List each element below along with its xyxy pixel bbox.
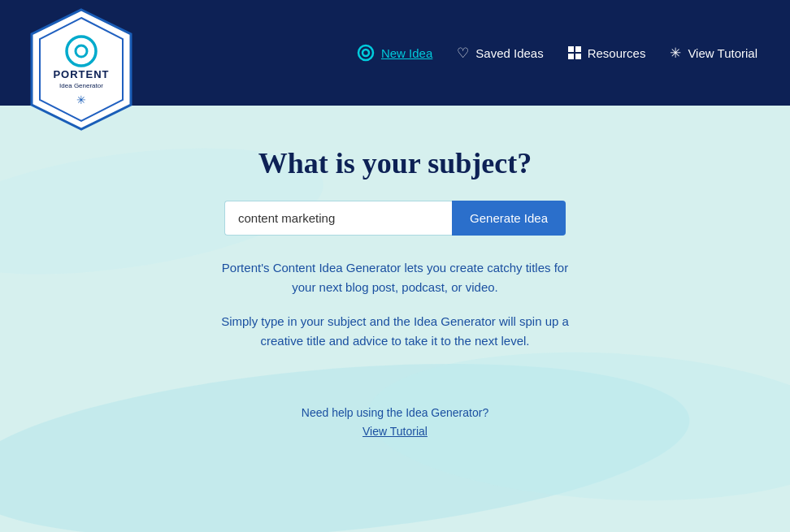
nav-view-tutorial[interactable]: ✳ View Tutorial: [670, 45, 757, 62]
description-block: Portent's Content Idea Generator lets yo…: [216, 258, 574, 365]
header: PORTENT Idea Generator ✳ New Idea ♡ Save: [0, 0, 790, 106]
nav-saved-ideas-label: Saved Ideas: [475, 46, 543, 60]
svg-text:Idea Generator: Idea Generator: [59, 82, 103, 89]
subject-input[interactable]: [224, 201, 452, 236]
svg-text:PORTENT: PORTENT: [53, 68, 109, 80]
nav-view-tutorial-label: View Tutorial: [688, 46, 757, 60]
svg-text:✳: ✳: [76, 93, 86, 106]
svg-point-8: [362, 50, 369, 56]
nav-new-idea-label: New Idea: [381, 46, 432, 60]
search-form: Generate Idea: [224, 201, 566, 236]
circle-icon: [357, 44, 375, 62]
logo: PORTENT Idea Generator ✳: [24, 0, 138, 142]
help-block: Need help using the Idea Generator? View…: [302, 406, 488, 439]
grid-icon: [568, 46, 581, 59]
sun-icon: ✳: [670, 45, 681, 62]
navigation: New Idea ♡ Saved Ideas Resources ✳ View …: [357, 44, 766, 62]
description-text-2: Simply type in your subject and the Idea…: [216, 312, 574, 351]
description-text-1: Portent's Content Idea Generator lets yo…: [216, 258, 574, 297]
generate-button[interactable]: Generate Idea: [452, 201, 566, 236]
nav-new-idea[interactable]: New Idea: [357, 44, 432, 62]
page-title: What is your subject?: [258, 146, 532, 180]
svg-point-7: [358, 45, 373, 60]
help-text: Need help using the Idea Generator?: [302, 406, 488, 419]
nav-resources-label: Resources: [588, 46, 646, 60]
nav-resources[interactable]: Resources: [568, 46, 646, 60]
view-tutorial-link[interactable]: View Tutorial: [362, 425, 428, 438]
main-content: What is your subject? Generate Idea Port…: [0, 106, 790, 532]
nav-saved-ideas[interactable]: ♡ Saved Ideas: [457, 45, 543, 62]
heart-icon: ♡: [457, 45, 469, 62]
logo-hexagon-outer: PORTENT Idea Generator ✳: [28, 6, 134, 132]
